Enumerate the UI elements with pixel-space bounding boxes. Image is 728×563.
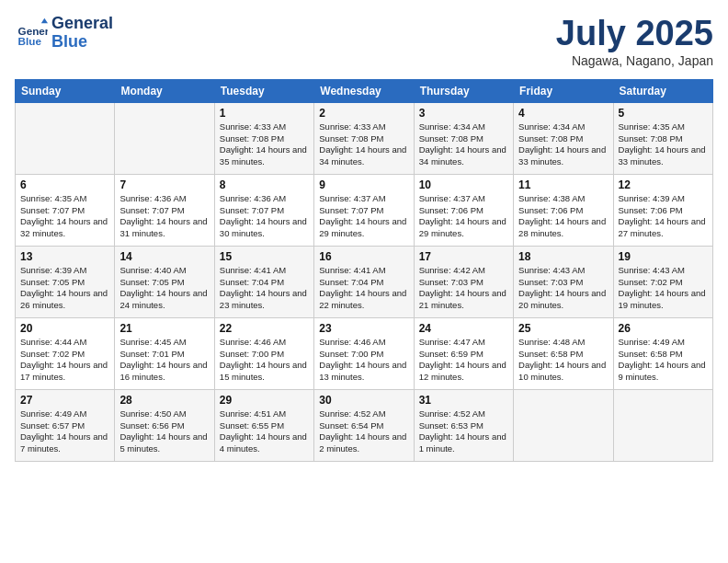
day-number: 16 [319, 250, 408, 263]
calendar-cell: 5Sunrise: 4:35 AM Sunset: 7:08 PM Daylig… [613, 102, 712, 174]
calendar-table: SundayMondayTuesdayWednesdayThursdayFrid… [15, 79, 713, 462]
day-number: 31 [419, 394, 508, 407]
day-number: 5 [619, 107, 708, 120]
day-number: 9 [319, 178, 408, 191]
day-info: Sunrise: 4:49 AM Sunset: 6:57 PM Dayligh… [20, 408, 109, 455]
day-number: 8 [220, 178, 309, 191]
calendar-cell: 18Sunrise: 4:43 AM Sunset: 7:03 PM Dayli… [514, 246, 613, 317]
day-info: Sunrise: 4:43 AM Sunset: 7:03 PM Dayligh… [518, 265, 608, 312]
day-info: Sunrise: 4:37 AM Sunset: 7:06 PM Dayligh… [419, 193, 508, 240]
day-info: Sunrise: 4:37 AM Sunset: 7:07 PM Dayligh… [319, 193, 408, 240]
day-info: Sunrise: 4:36 AM Sunset: 7:07 PM Dayligh… [220, 193, 309, 240]
day-number: 22 [220, 322, 309, 335]
weekday-header: Wednesday [314, 79, 414, 102]
day-info: Sunrise: 4:48 AM Sunset: 6:58 PM Dayligh… [518, 337, 608, 384]
calendar-cell [115, 102, 214, 174]
day-number: 6 [20, 178, 109, 191]
calendar-cell: 26Sunrise: 4:49 AM Sunset: 6:58 PM Dayli… [613, 317, 712, 389]
day-number: 30 [319, 394, 408, 407]
day-number: 20 [20, 322, 109, 335]
day-number: 11 [518, 178, 608, 191]
day-number: 19 [619, 250, 708, 263]
calendar-cell: 8Sunrise: 4:36 AM Sunset: 7:07 PM Daylig… [214, 174, 313, 246]
day-info: Sunrise: 4:39 AM Sunset: 7:06 PM Dayligh… [619, 193, 708, 240]
calendar-cell [613, 389, 712, 461]
day-info: Sunrise: 4:33 AM Sunset: 7:08 PM Dayligh… [220, 121, 309, 168]
day-info: Sunrise: 4:50 AM Sunset: 6:56 PM Dayligh… [119, 408, 209, 455]
day-info: Sunrise: 4:52 AM Sunset: 6:54 PM Dayligh… [319, 408, 408, 455]
logo-icon: General Blue [15, 17, 48, 50]
calendar-cell: 6Sunrise: 4:35 AM Sunset: 7:07 PM Daylig… [16, 174, 115, 246]
day-number: 7 [119, 178, 209, 191]
day-info: Sunrise: 4:46 AM Sunset: 7:00 PM Dayligh… [319, 337, 408, 384]
logo: General Blue General Blue [15, 15, 113, 52]
day-number: 3 [419, 107, 508, 120]
day-info: Sunrise: 4:41 AM Sunset: 7:04 PM Dayligh… [220, 265, 309, 312]
calendar-cell: 22Sunrise: 4:46 AM Sunset: 7:00 PM Dayli… [214, 317, 313, 389]
day-info: Sunrise: 4:51 AM Sunset: 6:55 PM Dayligh… [220, 408, 309, 455]
weekday-header: Tuesday [214, 79, 313, 102]
day-number: 14 [119, 250, 209, 263]
day-info: Sunrise: 4:44 AM Sunset: 7:02 PM Dayligh… [20, 337, 109, 384]
day-number: 17 [419, 250, 508, 263]
day-info: Sunrise: 4:40 AM Sunset: 7:05 PM Dayligh… [119, 265, 209, 312]
day-number: 4 [518, 107, 608, 120]
calendar-body: 1Sunrise: 4:33 AM Sunset: 7:08 PM Daylig… [16, 102, 713, 461]
calendar-cell: 24Sunrise: 4:47 AM Sunset: 6:59 PM Dayli… [414, 317, 513, 389]
day-info: Sunrise: 4:34 AM Sunset: 7:08 PM Dayligh… [518, 121, 608, 168]
calendar-cell: 2Sunrise: 4:33 AM Sunset: 7:08 PM Daylig… [314, 102, 414, 174]
calendar-cell: 1Sunrise: 4:33 AM Sunset: 7:08 PM Daylig… [214, 102, 313, 174]
day-number: 26 [619, 322, 708, 335]
calendar-cell: 31Sunrise: 4:52 AM Sunset: 6:53 PM Dayli… [414, 389, 513, 461]
day-number: 29 [220, 394, 309, 407]
calendar-cell: 17Sunrise: 4:42 AM Sunset: 7:03 PM Dayli… [414, 246, 513, 317]
weekday-header: Monday [115, 79, 214, 102]
weekday-header: Friday [514, 79, 613, 102]
calendar-cell: 10Sunrise: 4:37 AM Sunset: 7:06 PM Dayli… [414, 174, 513, 246]
day-info: Sunrise: 4:33 AM Sunset: 7:08 PM Dayligh… [319, 121, 408, 168]
calendar-cell: 4Sunrise: 4:34 AM Sunset: 7:08 PM Daylig… [514, 102, 613, 174]
calendar-cell: 15Sunrise: 4:41 AM Sunset: 7:04 PM Dayli… [214, 246, 313, 317]
calendar-cell: 13Sunrise: 4:39 AM Sunset: 7:05 PM Dayli… [16, 246, 115, 317]
day-info: Sunrise: 4:34 AM Sunset: 7:08 PM Dayligh… [419, 121, 508, 168]
calendar-header-row: SundayMondayTuesdayWednesdayThursdayFrid… [16, 79, 713, 102]
day-number: 23 [319, 322, 408, 335]
day-info: Sunrise: 4:35 AM Sunset: 7:08 PM Dayligh… [619, 121, 708, 168]
location: Nagawa, Nagano, Japan [556, 53, 713, 68]
day-info: Sunrise: 4:35 AM Sunset: 7:07 PM Dayligh… [20, 193, 109, 240]
day-number: 28 [119, 394, 209, 407]
calendar-cell: 11Sunrise: 4:38 AM Sunset: 7:06 PM Dayli… [514, 174, 613, 246]
day-info: Sunrise: 4:49 AM Sunset: 6:58 PM Dayligh… [619, 337, 708, 384]
calendar-cell: 30Sunrise: 4:52 AM Sunset: 6:54 PM Dayli… [314, 389, 414, 461]
calendar-cell: 12Sunrise: 4:39 AM Sunset: 7:06 PM Dayli… [613, 174, 712, 246]
day-info: Sunrise: 4:46 AM Sunset: 7:00 PM Dayligh… [220, 337, 309, 384]
day-info: Sunrise: 4:38 AM Sunset: 7:06 PM Dayligh… [518, 193, 608, 240]
day-number: 2 [319, 107, 408, 120]
svg-text:Blue: Blue [18, 34, 42, 46]
day-info: Sunrise: 4:41 AM Sunset: 7:04 PM Dayligh… [319, 265, 408, 312]
calendar-cell: 29Sunrise: 4:51 AM Sunset: 6:55 PM Dayli… [214, 389, 313, 461]
calendar-cell: 28Sunrise: 4:50 AM Sunset: 6:56 PM Dayli… [115, 389, 214, 461]
weekday-header: Sunday [16, 79, 115, 102]
weekday-header: Thursday [414, 79, 513, 102]
day-number: 1 [220, 107, 309, 120]
day-info: Sunrise: 4:43 AM Sunset: 7:02 PM Dayligh… [619, 265, 708, 312]
calendar-cell: 3Sunrise: 4:34 AM Sunset: 7:08 PM Daylig… [414, 102, 513, 174]
day-number: 18 [518, 250, 608, 263]
calendar-week-row: 1Sunrise: 4:33 AM Sunset: 7:08 PM Daylig… [16, 102, 713, 174]
logo-text: General Blue [51, 15, 113, 52]
calendar-cell: 23Sunrise: 4:46 AM Sunset: 7:00 PM Dayli… [314, 317, 414, 389]
calendar-cell: 14Sunrise: 4:40 AM Sunset: 7:05 PM Dayli… [115, 246, 214, 317]
day-info: Sunrise: 4:47 AM Sunset: 6:59 PM Dayligh… [419, 337, 508, 384]
calendar-week-row: 6Sunrise: 4:35 AM Sunset: 7:07 PM Daylig… [16, 174, 713, 246]
calendar-cell: 21Sunrise: 4:45 AM Sunset: 7:01 PM Dayli… [115, 317, 214, 389]
calendar-cell: 25Sunrise: 4:48 AM Sunset: 6:58 PM Dayli… [514, 317, 613, 389]
day-number: 12 [619, 178, 708, 191]
day-number: 13 [20, 250, 109, 263]
day-number: 25 [518, 322, 608, 335]
day-info: Sunrise: 4:36 AM Sunset: 7:07 PM Dayligh… [119, 193, 209, 240]
calendar-week-row: 13Sunrise: 4:39 AM Sunset: 7:05 PM Dayli… [16, 246, 713, 317]
day-number: 27 [20, 394, 109, 407]
calendar-cell: 19Sunrise: 4:43 AM Sunset: 7:02 PM Dayli… [613, 246, 712, 317]
title-block: July 2025 Nagawa, Nagano, Japan [556, 15, 713, 68]
